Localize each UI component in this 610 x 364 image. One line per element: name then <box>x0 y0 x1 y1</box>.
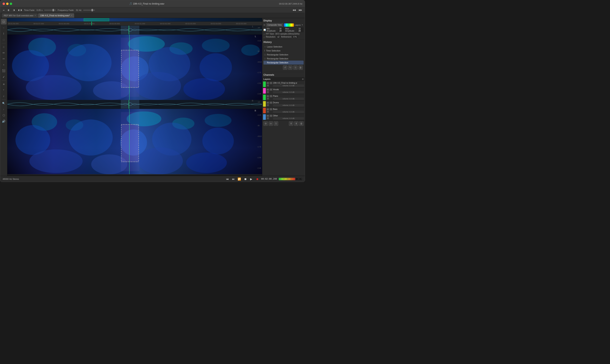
playhead[interactable] <box>92 22 92 26</box>
layer-drums: m S ∅ Drums volume: 0.0 dB <box>262 101 305 107</box>
layer-other-phase-btn[interactable]: ∅ <box>266 117 269 120</box>
layer-bass-m-btn[interactable]: m <box>266 108 269 110</box>
minimap-selection[interactable] <box>84 18 109 21</box>
tool-fill[interactable]: ⬛ <box>1 68 7 74</box>
chevron-down-icon[interactable]: ▼ <box>301 24 303 26</box>
layer-extract-button[interactable]: ⬇ <box>294 121 298 126</box>
tool-zoom-v[interactable]: ↕ <box>1 106 7 112</box>
layer-drums-phase-btn[interactable]: ∅ <box>266 104 269 106</box>
layer-other-m-btn[interactable]: m <box>266 115 269 117</box>
tool-3d[interactable]: ⬡ <box>1 112 7 118</box>
max-amp-value: 18 dB <box>298 27 304 32</box>
stereo-toggle[interactable]: ◐◑ <box>17 8 23 12</box>
nav-left[interactable]: ◀◀ <box>291 8 297 12</box>
max-amp-label: Max Amplitude: <box>285 28 297 32</box>
layers-header: Layers ≡ <box>262 77 305 81</box>
composite-view-button[interactable]: Composite View <box>266 23 283 27</box>
transport-start[interactable]: ⏮ <box>225 177 230 182</box>
transport-play[interactable]: ▶ <box>249 177 254 182</box>
tab-ref-mix[interactable]: REF MIX for Guit overdub.wav × <box>2 13 38 18</box>
layer-drums-volume: volume: 0.0 dB <box>273 104 304 106</box>
tool-brush[interactable]: 🖌 <box>1 74 7 79</box>
tool-eraser[interactable]: ✂ <box>1 56 7 62</box>
layer-bass-s-btn[interactable]: S <box>270 108 272 110</box>
color-scheme-swatch[interactable] <box>284 24 294 27</box>
tool-select[interactable]: □ <box>1 19 7 25</box>
svg-point-42 <box>137 147 183 174</box>
undo-button[interactable]: ↺ <box>283 65 287 70</box>
time-fade-slider[interactable] <box>44 10 56 11</box>
minimize-button[interactable] <box>6 3 9 5</box>
history-lasso-label: Lasso Selection <box>267 46 282 48</box>
history-item-rect-1[interactable]: □ Rectangular Selection <box>264 53 304 57</box>
composite-icon: ☰ <box>264 24 265 26</box>
layer-delete-button[interactable]: 🗑 <box>299 121 304 126</box>
layer-mute-button[interactable]: m <box>269 121 273 126</box>
waveform-right[interactable]: -inf R <box>7 100 262 109</box>
history-item-rect-3[interactable]: □ Rectangular Selection <box>264 61 304 65</box>
waveform-left[interactable]: -inf L <box>7 26 262 35</box>
layer-import-button[interactable]: ⬆ <box>289 121 293 126</box>
layer-piano-phase-btn[interactable]: ∅ <box>266 98 269 100</box>
timeline-label-5: 00:02:01.000 <box>135 23 160 25</box>
maximize-button[interactable] <box>10 3 12 5</box>
layer-main-m-btn[interactable]: m <box>266 82 269 84</box>
layer-piano-m-btn[interactable]: m <box>266 95 269 97</box>
layer-other-s-btn[interactable]: S <box>270 115 272 117</box>
layer-drums-m-btn[interactable]: m <box>266 102 269 104</box>
channel-left: -inf L <box>7 26 262 100</box>
transport-loop[interactable]: 🔁 <box>237 177 242 182</box>
lasso-icon: ○ <box>264 45 266 48</box>
copy-history-button[interactable]: ⎘ <box>293 65 298 70</box>
delete-history-button[interactable]: 🗑 <box>298 65 303 70</box>
channel-toggle[interactable]: ◐ <box>7 8 11 12</box>
layer-vocals-phase-btn[interactable]: ∅ <box>266 91 269 93</box>
layer-main-s-btn[interactable]: S <box>270 82 272 84</box>
history-item-time[interactable]: I Time Selection <box>264 49 304 53</box>
tab-main-file[interactable]: 19th 4.0_Final no limiting.wav* × <box>38 13 74 18</box>
tool-lasso[interactable]: ○ <box>1 44 7 50</box>
minimap[interactable] <box>7 18 262 22</box>
layer-vocals-s-btn[interactable]: S <box>270 88 272 91</box>
tab-main-file-close[interactable]: × <box>71 14 72 16</box>
tool-pitch[interactable]: ♪ <box>1 93 7 99</box>
tool-stamp[interactable]: S <box>1 62 7 67</box>
rect-select-3-icon: □ <box>264 61 266 64</box>
close-button[interactable] <box>3 3 5 5</box>
horizontal-scrollbar[interactable] <box>7 174 262 176</box>
redo-button[interactable]: ↻ <box>288 65 292 70</box>
display-toggle[interactable]: ◑ <box>12 8 16 12</box>
layer-drums-s-btn[interactable]: S <box>270 102 272 104</box>
layer-bass-phase-btn[interactable]: ∅ <box>266 111 269 113</box>
tool-text[interactable]: T <box>1 87 7 93</box>
layer-settings-button[interactable]: ⚙ <box>264 121 268 126</box>
toolbar-toggle[interactable]: ▪▪ <box>2 9 6 12</box>
toolbar-fades: Time Fade: 0.05 s Frequency Fade: 31 Hz <box>24 9 291 11</box>
transport-record[interactable]: ⏺ <box>255 177 260 182</box>
svg-rect-45 <box>121 124 139 162</box>
layer-solo-button[interactable]: S <box>274 121 278 126</box>
transport-end[interactable]: ⏭ <box>231 177 236 182</box>
tool-rect-select[interactable]: ⬚ <box>1 37 7 42</box>
tool-time-select[interactable]: I <box>1 31 7 36</box>
channel-right-content: -inf R <box>7 100 262 174</box>
history-item-rect-2[interactable]: □ Rectangular Selection <box>264 57 304 61</box>
spectrogram-left[interactable]: -3.2k -3k -2810 -2.7k -2.5k -2.4k L <box>7 35 262 100</box>
resolution-row: △ Resolution: x2 Refinement: 0 % <box>264 36 304 38</box>
minimap-waveform <box>7 18 262 21</box>
history-item-lasso[interactable]: ○ Lasso Selection <box>264 45 304 49</box>
tab-ref-mix-close[interactable]: × <box>35 14 36 16</box>
spectrogram-right[interactable]: -3.2k -3k -2810 -2.7k -2.5k -2.4k R <box>7 109 262 174</box>
tool-move[interactable]: ↔ <box>1 25 7 30</box>
transport-stop[interactable]: ⏹ <box>243 177 248 182</box>
tool-speaker[interactable]: 🔊 <box>1 118 7 124</box>
nav-right[interactable]: ▶▶ <box>298 8 303 12</box>
layers-menu-button[interactable]: ≡ <box>302 78 304 81</box>
tool-snap[interactable]: ⎈ <box>1 81 7 87</box>
layer-piano-s-btn[interactable]: S <box>270 95 272 97</box>
tool-pencil[interactable]: ✏ <box>1 50 7 56</box>
tool-zoom[interactable]: 🔍 <box>1 101 7 106</box>
layer-vocals-m-btn[interactable]: m <box>266 88 269 91</box>
layer-main-phase-btn[interactable]: ∅ <box>266 84 269 87</box>
freq-fade-slider[interactable] <box>83 10 95 11</box>
